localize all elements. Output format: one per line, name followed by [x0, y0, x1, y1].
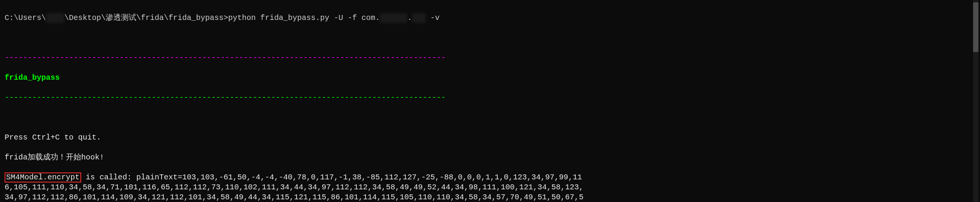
scrollbar-thumb[interactable]: [973, 2, 978, 52]
redacted-package1: ██████: [380, 13, 407, 23]
prompt-prefix: C:\Users\: [5, 13, 46, 22]
prompt-mid: \Desktop\渗透测试\frida\frida_bypass>: [64, 13, 228, 22]
cmd-dot: .: [407, 13, 412, 22]
cmd-prefix: python frida_bypass.py -U -f com.: [228, 13, 380, 22]
press-quit-line: Press Ctrl+C to quit.: [5, 133, 585, 143]
separator-magenta: ----------------------------------------…: [5, 53, 585, 63]
terminal-output[interactable]: C:\Users\████\Desktop\渗透测试\frida\frida_b…: [0, 0, 590, 202]
frida-loaded-line: frida加载成功！开始hook!: [5, 153, 585, 163]
redacted-username: ████: [46, 13, 64, 23]
blank-line: [5, 33, 585, 43]
script-title: frida_bypass: [5, 73, 585, 83]
command-prompt-line: C:\Users\████\Desktop\渗透测试\frida\frida_b…: [5, 13, 585, 23]
call1-tail: is called: plainText=103,103,-61,50,-4,-…: [5, 173, 583, 202]
redacted-package2: ███: [412, 13, 426, 23]
cmd-suffix: -v: [426, 13, 439, 22]
separator-green: ----------------------------------------…: [5, 93, 585, 103]
highlight-sm4model-encrypt-1: SM4Model.encrypt: [5, 172, 81, 182]
encrypt-call-line-1: SM4Model.encrypt is called: plainText=10…: [5, 172, 585, 202]
blank-line: [5, 113, 585, 123]
